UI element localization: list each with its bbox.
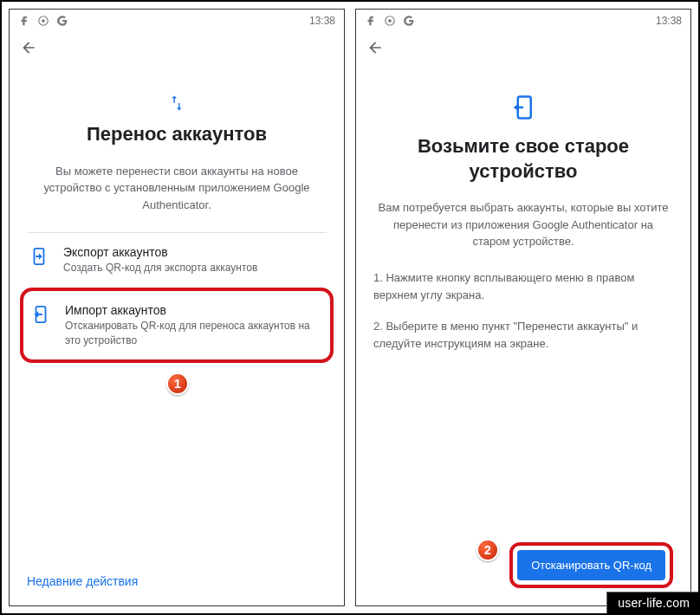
recent-actions-link[interactable]: Недавние действия [27,569,327,592]
google-icon [56,15,68,27]
export-icon [29,247,49,266]
content-2: Возьмите свое старое устройство Вам потр… [356,60,690,605]
arrow-left-icon [20,39,37,56]
transfer-hero-icon [27,94,327,112]
watermark: user-life.com [606,592,698,613]
status-bar: 13:38 [10,10,344,30]
device-hero-icon [373,94,673,120]
page-title: Перенос аккаунтов [27,122,327,147]
outer-frame: 13:38 Перенос аккаунтов Вы можете перене… [0,0,700,615]
cta-area: Отсканировать QR-код [373,542,673,592]
step-2: 2. Выберите в меню пункт "Перенести акка… [373,318,673,353]
content-1: Перенос аккаунтов Вы можете перенести св… [10,60,344,605]
export-sub: Создать QR-код для экспорта аккаунтов [63,261,323,275]
import-title: Импорт аккаунтов [65,303,323,317]
scan-qr-button[interactable]: Отсканировать QR-код [517,550,665,580]
options-list: Экспорт аккаунтов Создать QR-код для экс… [27,232,327,363]
phone-import-icon [510,94,536,120]
page-description-2: Вам потребуется выбрать аккаунты, которы… [373,199,673,250]
google-icon [403,15,415,27]
callout-badge-1: 1 [166,372,189,395]
step-1: 1. Нажмите кнопку всплывающего меню в пр… [373,269,673,304]
page-description: Вы можете перенести свои аккаунты на нов… [27,163,327,214]
export-option[interactable]: Экспорт аккаунтов Создать QR-код для экс… [27,233,327,288]
svg-point-1 [42,19,45,23]
import-option[interactable]: Импорт аккаунтов Отсканировать QR-код дл… [29,295,325,357]
svg-point-5 [388,19,392,23]
arrow-left-icon [366,39,384,56]
callout-badge-2: 2 [476,539,499,561]
import-sub: Отсканировать QR-код для переноса аккаун… [65,319,323,348]
toolbar [10,30,344,60]
status-icons-left [18,15,68,27]
chrome-icon [37,15,49,27]
screen-2: 13:38 Возьмите свое старое устройство Ва… [355,9,691,606]
status-bar-2: 13:38 [356,10,690,30]
export-title: Экспорт аккаунтов [63,245,323,259]
status-icons-left-2 [365,15,415,27]
back-button-2[interactable] [365,37,386,58]
import-highlight: Импорт аккаунтов Отсканировать QR-код дл… [20,288,334,364]
page-title-2: Возьмите свое старое устройство [373,134,673,184]
chrome-icon [384,15,396,27]
steps: 1. Нажмите кнопку всплывающего меню в пр… [373,269,673,367]
status-time: 13:38 [309,15,335,27]
facebook-icon [18,15,30,27]
import-icon [31,305,50,324]
back-button[interactable] [18,37,39,58]
screen-1: 13:38 Перенос аккаунтов Вы можете перене… [9,9,345,606]
facebook-icon [365,15,377,27]
screens-row: 13:38 Перенос аккаунтов Вы можете перене… [2,2,698,613]
arrows-icon [165,94,189,112]
toolbar-2 [356,30,690,60]
cta-highlight: Отсканировать QR-код [509,542,673,588]
status-time-2: 13:38 [656,15,682,27]
